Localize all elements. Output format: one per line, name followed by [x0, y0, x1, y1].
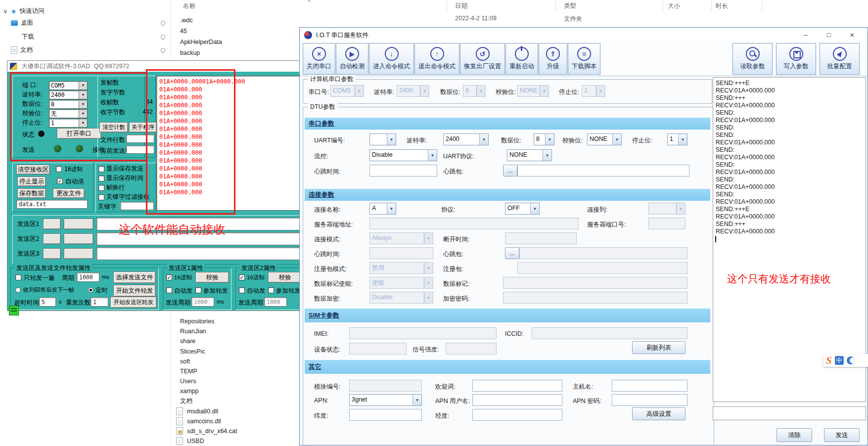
flow-combobox[interactable]: Disable▼: [369, 149, 437, 161]
conn-mode-combobox[interactable]: Always▼: [369, 232, 433, 244]
column-header-type[interactable]: 类型: [564, 2, 576, 10]
pc-port-combobox[interactable]: COM5▼: [330, 85, 364, 97]
toolbar-button[interactable]: × 关闭串口: [303, 43, 335, 75]
zone2-period-field[interactable]: 1000: [264, 297, 287, 307]
start-file-poll-button[interactable]: 开始文件轮发: [113, 285, 156, 297]
conn-heartbeat-pkt-ellipsis-button[interactable]: ...: [505, 247, 519, 259]
toolbar-button[interactable]: 写入参数: [776, 43, 816, 75]
log-send-button[interactable]: 发送: [824, 428, 860, 442]
chevron-down-icon[interactable]: ▼: [596, 86, 605, 96]
pc-parity-combobox[interactable]: NONE▼: [517, 85, 549, 97]
reg-mode-combobox[interactable]: 禁用▼: [369, 262, 433, 274]
signal-field[interactable]: [446, 343, 497, 355]
sidebar-quick-access[interactable]: ∨ ★ 快速访问: [3, 7, 45, 15]
zone1-check-button[interactable]: 校验: [195, 272, 229, 283]
chevron-down-icon[interactable]: ▼: [543, 150, 551, 161]
sort-ascending-icon[interactable]: ^: [308, 0, 311, 5]
close-button[interactable]: ×: [844, 28, 861, 42]
encrypt-pwd-field[interactable]: [503, 292, 687, 304]
pin-icon[interactable]: [160, 47, 166, 54]
advanced-settings-button[interactable]: 高级设置: [632, 407, 685, 420]
file-row[interactable]: samcoins.dll: [176, 416, 237, 426]
device-status-field[interactable]: [349, 343, 407, 355]
encrypt-combobox[interactable]: Disable▼: [369, 292, 433, 304]
file-row[interactable]: Users: [176, 376, 237, 386]
sidebar-item[interactable]: 下载: [11, 30, 165, 44]
toolbar-button[interactable]: 读取参数: [732, 43, 773, 75]
ime-status-tray-icon[interactable]: [9, 306, 19, 315]
mark-enable-combobox[interactable]: 使能▼: [369, 277, 433, 289]
pin-icon[interactable]: [160, 20, 166, 26]
clear-receive-button[interactable]: 清空接收区: [16, 165, 50, 175]
conn-heartbeat-time-field[interactable]: [369, 247, 433, 259]
file-row[interactable]: ApkHelperData: [176, 37, 222, 47]
longitude-field[interactable]: [472, 409, 562, 421]
stop-display-button[interactable]: 停止显示: [17, 177, 46, 186]
file-row[interactable]: RuanJian: [176, 326, 237, 336]
zone-clear-button[interactable]: [43, 248, 61, 259]
display-option-checkbox[interactable]: [98, 194, 104, 200]
auto-clear-checkbox[interactable]: ✓: [57, 178, 63, 184]
chevron-down-icon[interactable]: ∨: [3, 7, 7, 15]
chevron-down-icon[interactable]: ▼: [530, 203, 539, 214]
change-file-button[interactable]: 更改文件: [53, 188, 85, 198]
toolbar-button[interactable]: ↓ 进入命令模式: [369, 43, 414, 75]
display-option-checkbox[interactable]: [98, 176, 104, 181]
iot-titlebar[interactable]: I.O.T 串口服务软件: [300, 28, 868, 43]
column-header-name[interactable]: 名称: [183, 2, 195, 10]
uart-heartbeat-pkt-ellipsis-button[interactable]: ...: [503, 165, 517, 177]
chevron-down-icon[interactable]: ▼: [428, 150, 437, 161]
log-clear-button[interactable]: 清除: [777, 428, 812, 442]
zone1-autosend-checkbox[interactable]: [166, 287, 172, 293]
chevron-down-icon[interactable]: ▼: [387, 134, 396, 145]
latitude-field[interactable]: [349, 409, 422, 421]
column-header-duration[interactable]: 时长: [716, 2, 728, 10]
conn-heartbeat-pkt-field[interactable]: [519, 247, 687, 259]
zone-input[interactable]: [96, 247, 308, 260]
toolbar-button[interactable]: ⇑ 升级: [539, 43, 567, 75]
uart-heartbeat-time-field[interactable]: [369, 165, 437, 177]
zone2-hex-checkbox[interactable]: ✓: [239, 274, 245, 280]
toolbar-button[interactable]: ▶ 自动检测: [336, 43, 368, 75]
period-field[interactable]: 1000: [77, 272, 99, 282]
refresh-list-button[interactable]: 刷新列表: [632, 341, 685, 354]
pc-stop-combobox[interactable]: 1▼: [582, 85, 605, 97]
chevron-down-icon[interactable]: ▼: [612, 134, 621, 145]
zone1-joinpoll-checkbox[interactable]: [195, 287, 201, 293]
disconnect-time-field[interactable]: [505, 232, 577, 244]
ime-fullwidth-icon[interactable]: [847, 357, 855, 364]
ime-chinese-mode-icon[interactable]: 中: [835, 356, 844, 365]
file-row[interactable]: msdia80.dll: [176, 406, 237, 416]
resend-field[interactable]: 1: [91, 297, 108, 307]
save-data-button[interactable]: 保存数据: [17, 188, 46, 198]
zone-clear-button[interactable]: [43, 233, 61, 244]
sidebar-item[interactable]: 桌面: [11, 16, 165, 30]
column-header-size[interactable]: 大小: [668, 2, 680, 10]
zone2-check-button[interactable]: 校验: [268, 272, 302, 283]
column-header-date[interactable]: 日期: [455, 2, 467, 10]
chevron-down-icon[interactable]: ▼: [424, 277, 433, 288]
chevron-down-icon[interactable]: ▼: [355, 86, 364, 96]
chevron-down-icon[interactable]: ▼: [420, 86, 429, 96]
apn-user-field[interactable]: [472, 394, 562, 406]
chevron-down-icon[interactable]: ▼: [476, 86, 485, 96]
timed-radio[interactable]: [88, 287, 93, 293]
file-row[interactable]: share: [176, 336, 237, 346]
conn-name-combobox[interactable]: A▼: [369, 203, 396, 215]
chevron-down-icon[interactable]: ▼: [545, 134, 554, 145]
pc-data-combobox[interactable]: 8▼: [463, 85, 486, 97]
apn-pwd-field[interactable]: [612, 394, 687, 406]
uart-parity-combobox[interactable]: NONE▼: [587, 134, 622, 145]
file-row[interactable]: .wdc: [176, 15, 222, 26]
data-mark-field[interactable]: [503, 277, 687, 289]
file-row[interactable]: USBD: [176, 436, 237, 446]
poll-once-checkbox[interactable]: [15, 274, 21, 280]
toolbar-button[interactable]: ↺ 恢复出厂设置: [460, 43, 505, 75]
zone1-period-field[interactable]: 1000: [191, 297, 214, 307]
module-id-field[interactable]: [349, 380, 422, 392]
conn-proto-combobox[interactable]: OFF▼: [505, 203, 540, 215]
uart-stop-combobox[interactable]: 1▼: [667, 134, 687, 145]
toolbar-button[interactable]: ↑ 退出命令模式: [414, 43, 459, 75]
zone2-autosend-checkbox[interactable]: [239, 287, 245, 293]
maximize-button[interactable]: □: [821, 28, 837, 42]
